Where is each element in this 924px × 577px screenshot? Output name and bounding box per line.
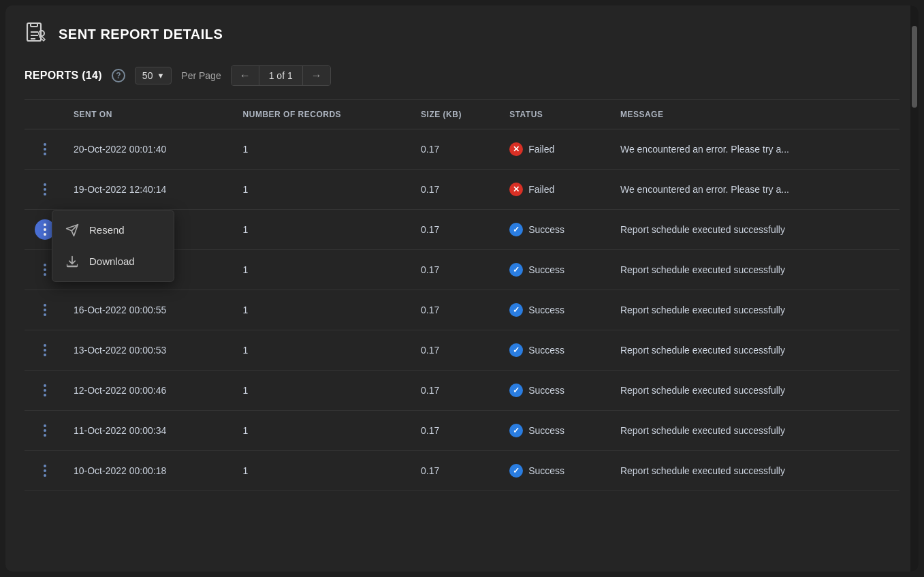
chevron-down-icon: ▼	[157, 72, 164, 80]
table-row: Resend Download 18-Oct-2022 00:01:0010.1…	[25, 210, 899, 250]
table-row: 10-Oct-2022 00:00:1810.17✓SuccessReport …	[25, 451, 899, 491]
row-sent-on: 11-Oct-2022 00:00:34	[65, 411, 235, 451]
row-message: Report schedule executed successfully	[612, 451, 899, 491]
row-menu-button[interactable]	[35, 380, 55, 401]
row-menu-button[interactable]	[35, 340, 55, 360]
row-menu-cell	[25, 290, 65, 330]
row-menu-cell	[25, 411, 65, 451]
row-message: We encountered an error. Please try a...	[612, 129, 899, 170]
row-size: 0.17	[413, 411, 501, 451]
report-icon	[25, 22, 49, 46]
status-label: Failed	[528, 184, 554, 195]
col-records: NUMBER OF RECORDS	[235, 100, 413, 129]
row-status: ✕Failed	[501, 170, 612, 210]
pagination: ← 1 of 1 →	[231, 65, 331, 86]
table-row: 16-Oct-2022 00:00:5510.17✓SuccessReport …	[25, 290, 899, 330]
row-menu-cell	[25, 451, 65, 491]
context-menu-resend[interactable]: Resend	[52, 215, 174, 246]
col-status: STATUS	[501, 100, 612, 129]
download-label: Download	[89, 255, 135, 267]
row-status: ✓Success	[501, 451, 612, 491]
page-header: SENT REPORT DETAILS	[25, 22, 899, 46]
pagination-prev-button[interactable]: ←	[232, 66, 259, 85]
col-message: MESSAGE	[612, 100, 899, 129]
failed-icon: ✕	[509, 183, 523, 196]
row-message: Report schedule executed successfully	[612, 411, 899, 451]
table-row: 20-Oct-2022 00:01:4010.17✕FailedWe encou…	[25, 129, 899, 170]
status-label: Success	[528, 305, 564, 315]
row-menu-cell	[25, 330, 65, 371]
row-menu-cell	[25, 170, 65, 210]
row-size: 0.17	[413, 170, 501, 210]
row-size: 0.17	[413, 129, 501, 170]
row-records: 1	[235, 411, 413, 451]
row-status: ✓Success	[501, 210, 612, 250]
row-records: 1	[235, 250, 413, 290]
row-message: Report schedule executed successfully	[612, 371, 899, 411]
row-size: 0.17	[413, 290, 501, 330]
row-records: 1	[235, 129, 413, 170]
success-icon: ✓	[509, 343, 523, 357]
col-action	[25, 100, 65, 129]
row-message: Report schedule executed successfully	[612, 250, 899, 290]
col-sent-on: SENT ON	[65, 100, 235, 129]
row-sent-on: 10-Oct-2022 00:00:18	[65, 451, 235, 491]
row-records: 1	[235, 170, 413, 210]
row-sent-on: 19-Oct-2022 12:40:14	[65, 170, 235, 210]
success-icon: ✓	[509, 424, 523, 437]
context-menu: Resend Download	[52, 210, 174, 282]
pagination-next-button[interactable]: →	[303, 66, 330, 85]
help-icon[interactable]: ?	[112, 69, 125, 82]
per-page-label: Per Page	[181, 70, 221, 81]
row-sent-on: 13-Oct-2022 00:00:53	[65, 330, 235, 371]
per-page-select[interactable]: 50 ▼	[135, 67, 172, 84]
context-menu-download[interactable]: Download	[52, 246, 174, 277]
scrollbar-thumb[interactable]	[912, 26, 917, 108]
resend-label: Resend	[89, 224, 125, 236]
row-menu-button[interactable]	[35, 300, 55, 320]
scrollbar-track[interactable]	[910, 5, 919, 572]
row-records: 1	[235, 451, 413, 491]
row-sent-on: 20-Oct-2022 00:01:40	[65, 129, 235, 170]
table-row: 19-Oct-2022 12:40:1410.17✕FailedWe encou…	[25, 170, 899, 210]
page-container: SENT REPORT DETAILS REPORTS (14) ? 50 ▼ …	[5, 5, 919, 572]
row-menu-cell	[25, 371, 65, 411]
table-row: 12-Oct-2022 00:00:4610.17✓SuccessReport …	[25, 371, 899, 411]
row-menu-button[interactable]	[35, 420, 55, 441]
row-menu-cell	[25, 129, 65, 170]
status-label: Success	[528, 345, 564, 356]
status-label: Failed	[528, 144, 554, 155]
report-table: SENT ON NUMBER OF RECORDS SIZE (KB) STAT…	[25, 100, 899, 491]
row-size: 0.17	[413, 330, 501, 371]
table-row: 13-Oct-2022 00:00:5310.17✓SuccessReport …	[25, 330, 899, 371]
success-icon: ✓	[509, 223, 523, 236]
row-records: 1	[235, 290, 413, 330]
row-size: 0.17	[413, 250, 501, 290]
per-page-value: 50	[142, 70, 153, 81]
page-title: SENT REPORT DETAILS	[59, 27, 223, 42]
download-icon	[65, 254, 80, 269]
failed-icon: ✕	[509, 142, 523, 156]
row-menu-button[interactable]	[35, 179, 55, 200]
status-label: Success	[528, 425, 564, 436]
status-label: Success	[528, 224, 564, 235]
status-label: Success	[528, 264, 564, 275]
table-row: 11-Oct-2022 00:00:3410.17✓SuccessReport …	[25, 411, 899, 451]
row-status: ✓Success	[501, 330, 612, 371]
row-records: 1	[235, 330, 413, 371]
row-size: 0.17	[413, 210, 501, 250]
row-size: 0.17	[413, 371, 501, 411]
row-status: ✓Success	[501, 290, 612, 330]
row-status: ✕Failed	[501, 129, 612, 170]
success-icon: ✓	[509, 263, 523, 277]
row-status: ✓Success	[501, 411, 612, 451]
row-status: ✓Success	[501, 371, 612, 411]
resend-icon	[65, 223, 80, 238]
svg-rect-1	[31, 23, 37, 27]
row-message: Report schedule executed successfully	[612, 330, 899, 371]
success-icon: ✓	[509, 384, 523, 397]
row-records: 1	[235, 371, 413, 411]
row-menu-button[interactable]	[35, 461, 55, 481]
row-menu-button[interactable]	[35, 139, 55, 159]
success-icon: ✓	[509, 303, 523, 317]
